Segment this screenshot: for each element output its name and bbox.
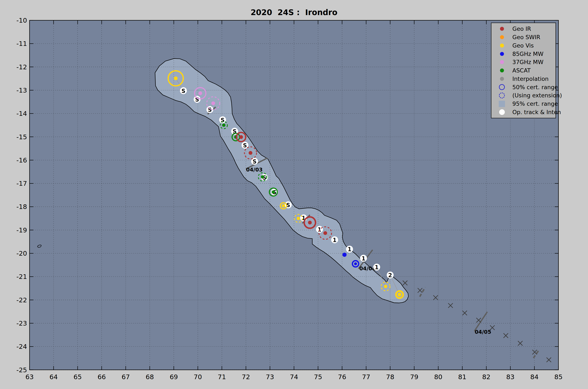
fix-dot <box>308 221 312 225</box>
op-marker: S <box>180 87 187 94</box>
legend-swatch <box>491 109 512 115</box>
x-tick-label: 69 <box>170 373 178 381</box>
x-tick-label: 64 <box>49 373 58 381</box>
fix-dot <box>198 91 202 95</box>
y-tick-label: -21 <box>16 273 27 280</box>
fix-dot <box>323 231 327 235</box>
legend-item-label: 37GHz MW <box>512 59 543 65</box>
fix-dot <box>261 175 264 179</box>
fix-dot <box>342 253 347 257</box>
op-marker: 1 <box>316 226 323 233</box>
x-tick-label: 85 <box>554 373 562 381</box>
op-intensity-label: 1 <box>375 264 379 270</box>
fix-dot <box>384 285 387 288</box>
legend-item: Geo IR <box>491 25 555 33</box>
op-intensity-label: 2 <box>388 272 392 278</box>
legend-swatch <box>491 35 512 39</box>
x-tick-label: 68 <box>146 373 154 381</box>
x-tick-label: 76 <box>338 373 346 381</box>
fix-dot <box>398 293 402 296</box>
x-tick-label: 71 <box>218 373 226 381</box>
fix-dot <box>282 204 285 207</box>
x-tick-label: 73 <box>266 373 274 381</box>
y-tick-label: -19 <box>16 226 27 234</box>
y-tick-label: -25 <box>16 366 27 374</box>
legend: Geo IRGeo SWIRGeo Vis85GHz MW37GHz MWASC… <box>491 23 556 118</box>
y-tick-label: -22 <box>16 296 27 304</box>
legend-item: (Using extension) <box>491 92 555 99</box>
legend-item: 37GHz MW <box>491 58 555 66</box>
op-intensity-label: S <box>243 142 247 149</box>
y-tick-label: -20 <box>16 250 27 257</box>
legend-item-label: Geo SWIR <box>512 34 540 40</box>
legend-item-label: Geo IR <box>512 26 531 32</box>
x-tick-label: 63 <box>25 373 34 381</box>
legend-item: Op. track & Inten <box>491 108 555 116</box>
day-tick-label: 04/03 <box>246 167 262 173</box>
legend-item: Geo SWIR <box>491 33 555 41</box>
fix-dot <box>174 76 178 80</box>
legend-swatch <box>491 101 512 107</box>
figure: 04/0304/0404/05SSSSSSSSSS111111263646566… <box>0 0 588 389</box>
legend-swatch <box>491 77 512 81</box>
x-tick-label: 66 <box>97 373 106 381</box>
legend-swatch <box>491 27 512 31</box>
fix-dot <box>272 190 275 194</box>
legend-item: 50% cert. range <box>491 83 555 91</box>
legend-item: Interpolation <box>491 75 555 83</box>
legend-item-label: (Using extension) <box>512 92 562 98</box>
y-tick-label: -12 <box>16 63 27 71</box>
x-tick-label: 70 <box>194 373 202 381</box>
fix-dot <box>212 101 215 105</box>
geo-swir-dot-icon <box>500 35 504 39</box>
plot-area <box>30 20 558 370</box>
legend-swatch <box>491 52 512 56</box>
legend-item-label: 95% cert. range <box>512 100 558 107</box>
op-intensity-label: S <box>221 117 225 123</box>
chart-title: 2020 24S : Irondro <box>251 8 337 17</box>
legend-swatch <box>491 60 512 64</box>
y-tick-label: -17 <box>16 180 27 187</box>
chart-layers: 04/0304/0404/05SSSSSSSSSS111111263646566… <box>16 17 562 381</box>
cert95-square-icon <box>499 101 505 107</box>
legend-item: ASCAT <box>491 67 555 74</box>
legend-item: Geo Vis <box>491 42 555 49</box>
cert50-extension-circle-icon <box>499 93 505 98</box>
mw85-dot-icon <box>500 52 504 56</box>
geo-ir-dot-icon <box>500 27 504 31</box>
interpolation-dot-icon <box>500 77 504 81</box>
geo-vis-dot-icon <box>500 44 504 48</box>
legend-item-label: ASCAT <box>512 67 531 74</box>
legend-item: 85GHz MW <box>491 50 555 58</box>
x-tick-label: 83 <box>506 373 514 381</box>
op-intensity-label: 1 <box>333 237 336 243</box>
legend-swatch <box>491 93 512 98</box>
y-tick-label: -15 <box>16 133 27 141</box>
op-intensity-label: 1 <box>318 227 322 233</box>
fix-dot <box>239 135 243 139</box>
op-track-dot-icon <box>499 109 505 115</box>
y-tick-label: -10 <box>16 17 27 24</box>
fix-dot <box>222 124 225 127</box>
y-tick-label: -23 <box>16 320 27 327</box>
x-tick-label: 65 <box>74 373 82 381</box>
x-tick-label: 84 <box>530 373 539 381</box>
legend-swatch <box>491 44 512 48</box>
legend-swatch <box>491 68 512 72</box>
x-tick-label: 81 <box>458 373 466 381</box>
fix-dot <box>297 217 300 220</box>
op-marker: 1 <box>346 246 353 253</box>
x-tick-label: 67 <box>121 373 130 381</box>
x-tick-label: 80 <box>434 373 442 381</box>
y-tick-label: -14 <box>16 110 27 117</box>
op-intensity-label: S <box>253 159 257 165</box>
ascat-dot-icon <box>500 68 504 72</box>
cert50-circle-icon <box>499 84 505 90</box>
x-tick-label: 82 <box>482 373 490 381</box>
legend-item-label: Op. track & Inten <box>512 109 561 115</box>
fix-dot <box>249 151 252 155</box>
op-intensity-label: 1 <box>348 246 351 253</box>
x-tick-label: 77 <box>362 373 370 381</box>
y-tick-label: -11 <box>16 40 27 47</box>
fix-dot <box>354 262 357 265</box>
